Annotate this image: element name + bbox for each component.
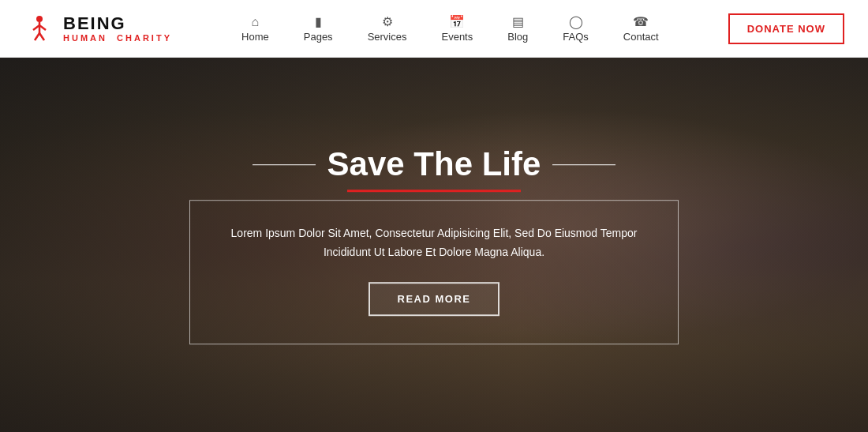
logo-brand: BEING <box>63 14 172 33</box>
hero-description: Lorem Ipsum Dolor Sit Amet, Consectetur … <box>222 224 646 262</box>
contact-icon: ☎ <box>633 14 649 29</box>
hero-content: Save The Life Lorem Ipsum Dolor Sit Amet… <box>189 145 679 344</box>
nav-label-events: Events <box>441 31 473 43</box>
hero-accent-line <box>347 190 521 192</box>
title-line-left <box>253 164 316 165</box>
nav-label-faqs: FAQs <box>563 31 589 43</box>
logo-sub: HUMAN CHARITY <box>63 33 172 43</box>
nav-label-contact: Contact <box>623 31 659 43</box>
nav-item-home[interactable]: ⌂ Home <box>224 15 286 43</box>
pages-icon: ▮ <box>315 14 322 29</box>
svg-point-0 <box>36 16 43 22</box>
hero-title: Save The Life <box>327 145 541 183</box>
read-more-button[interactable]: READ MORE <box>369 282 500 316</box>
nav-label-pages: Pages <box>304 31 333 43</box>
hero-box: Lorem Ipsum Dolor Sit Amet, Consectetur … <box>189 200 679 344</box>
home-icon: ⌂ <box>252 15 260 29</box>
faqs-icon: ◯ <box>569 14 583 29</box>
svg-line-4 <box>35 33 39 40</box>
nav-label-services: Services <box>368 31 407 43</box>
nav-label-home: Home <box>241 31 269 43</box>
logo[interactable]: BEING HUMAN CHARITY <box>24 13 172 44</box>
logo-text: BEING HUMAN CHARITY <box>63 14 172 43</box>
services-icon: ⚙ <box>382 14 393 29</box>
nav-item-events[interactable]: 📅 Events <box>424 14 490 43</box>
main-nav: ⌂ Home ▮ Pages ⚙ Services 📅 Events ▤ Blo… <box>224 14 676 43</box>
events-icon: 📅 <box>449 14 465 29</box>
nav-item-contact[interactable]: ☎ Contact <box>606 14 676 43</box>
nav-label-blog: Blog <box>507 31 528 43</box>
svg-line-5 <box>39 33 44 40</box>
hero-section: Save The Life Lorem Ipsum Dolor Sit Amet… <box>0 58 868 432</box>
nav-item-faqs[interactable]: ◯ FAQs <box>545 14 606 43</box>
title-line-right <box>552 164 615 165</box>
nav-item-pages[interactable]: ▮ Pages <box>286 14 350 43</box>
nav-item-services[interactable]: ⚙ Services <box>350 14 425 43</box>
donate-button[interactable]: DONATE NOW <box>728 13 844 44</box>
blog-icon: ▤ <box>512 14 524 29</box>
logo-icon <box>24 13 55 44</box>
hero-title-wrapper: Save The Life <box>189 145 679 183</box>
header: BEING HUMAN CHARITY ⌂ Home ▮ Pages ⚙ Ser… <box>0 0 868 58</box>
nav-item-blog[interactable]: ▤ Blog <box>490 14 545 43</box>
